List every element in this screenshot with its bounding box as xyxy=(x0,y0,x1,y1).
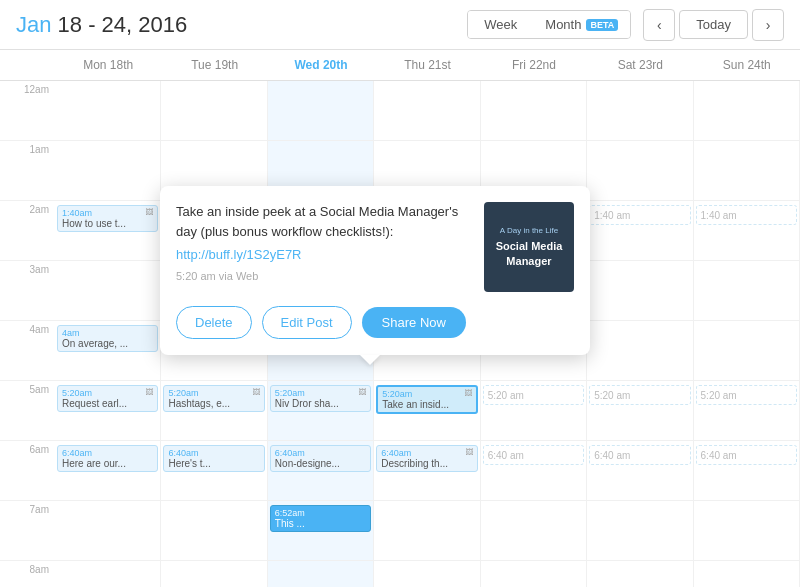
delete-button[interactable]: Delete xyxy=(176,306,252,339)
slot-sat-520am[interactable]: 5:20 am xyxy=(589,385,690,405)
cell-thu-7am[interactable] xyxy=(374,501,480,561)
edit-post-button[interactable]: Edit Post xyxy=(262,306,352,339)
cell-thu-12am[interactable] xyxy=(374,81,480,141)
cell-thu-8am[interactable] xyxy=(374,561,480,587)
popup-image-title: Social MediaManager xyxy=(496,239,563,268)
cell-sun-8am[interactable] xyxy=(694,561,800,587)
day-header-tue: Tue 19th xyxy=(161,50,267,80)
event-popup: Take an inside peek at a Social Media Ma… xyxy=(160,186,590,355)
week-view-button[interactable]: Week xyxy=(468,11,533,38)
cell-sun-7am[interactable] xyxy=(694,501,800,561)
cell-fri-8am[interactable] xyxy=(481,561,587,587)
cell-tue-6am[interactable]: 6:40am Here's t... xyxy=(161,441,267,501)
cell-sat-6am[interactable]: 6:40 am xyxy=(587,441,693,501)
slot-sun-640am[interactable]: 6:40 am xyxy=(696,445,797,465)
app-container: Jan 18 - 24, 2016 Week Month BETA ‹ Toda… xyxy=(0,0,800,587)
cell-sat-1am[interactable] xyxy=(587,141,693,201)
time-label-8am: 8am xyxy=(0,561,55,587)
month-view-button[interactable]: Month BETA xyxy=(533,11,630,38)
next-button[interactable]: › xyxy=(752,9,784,41)
cell-sun-2am[interactable]: 1:40 am xyxy=(694,201,800,261)
event-wed-520am[interactable]: 5:20am🖼 Niv Dror sha... xyxy=(270,385,371,412)
cell-mon-2am[interactable]: 1:40am🖼 How to use t... xyxy=(55,201,161,261)
day-header-wed: Wed 20th xyxy=(268,50,374,80)
time-label-3am: 3am xyxy=(0,261,55,321)
cell-fri-6am[interactable]: 6:40 am xyxy=(481,441,587,501)
cell-tue-8am[interactable] xyxy=(161,561,267,587)
view-toggle: Week Month BETA xyxy=(467,10,631,39)
time-label-2am: 2am xyxy=(0,201,55,261)
cell-mon-7am[interactable] xyxy=(55,501,161,561)
cell-mon-5am[interactable]: 5:20am🖼 Request earl... xyxy=(55,381,161,441)
slot-sun-140am[interactable]: 1:40 am xyxy=(696,205,797,225)
popup-link[interactable]: http://buff.ly/1S2yE7R xyxy=(176,247,302,262)
event-tue-640am[interactable]: 6:40am Here's t... xyxy=(163,445,264,472)
cell-mon-6am[interactable]: 6:40am Here are our... xyxy=(55,441,161,501)
event-mon-4am[interactable]: 4am On average, ... xyxy=(57,325,158,352)
cell-fri-5am[interactable]: 5:20 am xyxy=(481,381,587,441)
day-header-mon: Mon 18th xyxy=(55,50,161,80)
cell-sat-2am[interactable]: 1:40 am xyxy=(587,201,693,261)
prev-button[interactable]: ‹ xyxy=(643,9,675,41)
date-range-suffix: 18 - 24, 2016 xyxy=(58,12,188,37)
header: Jan 18 - 24, 2016 Week Month BETA ‹ Toda… xyxy=(0,0,800,50)
event-tue-520am[interactable]: 5:20am🖼 Hashtags, e... xyxy=(163,385,264,412)
popup-content: Take an inside peek at a Social Media Ma… xyxy=(176,202,574,292)
cell-sat-8am[interactable] xyxy=(587,561,693,587)
slot-sat-640am[interactable]: 6:40 am xyxy=(589,445,690,465)
cell-sat-4am[interactable] xyxy=(587,321,693,381)
cell-fri-12am[interactable] xyxy=(481,81,587,141)
cell-sun-5am[interactable]: 5:20 am xyxy=(694,381,800,441)
day-header-sat: Sat 23rd xyxy=(587,50,693,80)
time-label-1am: 1am xyxy=(0,141,55,201)
cell-sun-6am[interactable]: 6:40 am xyxy=(694,441,800,501)
cell-thu-5am[interactable]: 5:20am🖼 Take an insid... xyxy=(374,381,480,441)
cell-wed-8am[interactable] xyxy=(268,561,374,587)
event-thu-520am[interactable]: 5:20am🖼 Take an insid... xyxy=(376,385,477,414)
calendar-body[interactable]: 12am 1am 2am xyxy=(0,81,800,587)
popup-actions: Delete Edit Post Share Now xyxy=(176,306,574,339)
slot-sun-520am[interactable]: 5:20 am xyxy=(696,385,797,405)
cell-mon-8am[interactable] xyxy=(55,561,161,587)
day-header-sun: Sun 24th xyxy=(694,50,800,80)
cell-thu-6am[interactable]: 6:40am🖼 Describing th... xyxy=(374,441,480,501)
slot-fri-640am[interactable]: 6:40 am xyxy=(483,445,584,465)
cell-sun-4am[interactable] xyxy=(694,321,800,381)
cell-sun-3am[interactable] xyxy=(694,261,800,321)
time-label-6am: 6am xyxy=(0,441,55,501)
cell-tue-5am[interactable]: 5:20am🖼 Hashtags, e... xyxy=(161,381,267,441)
cell-sat-5am[interactable]: 5:20 am xyxy=(587,381,693,441)
cell-wed-5am[interactable]: 5:20am🖼 Niv Dror sha... xyxy=(268,381,374,441)
cell-mon-1am[interactable] xyxy=(55,141,161,201)
cell-fri-7am[interactable] xyxy=(481,501,587,561)
cell-sat-7am[interactable] xyxy=(587,501,693,561)
time-label-12am: 12am xyxy=(0,81,55,141)
cell-wed-7am[interactable]: 6:52am This ... xyxy=(268,501,374,561)
event-mon-520am[interactable]: 5:20am🖼 Request earl... xyxy=(57,385,158,412)
cell-tue-12am[interactable] xyxy=(161,81,267,141)
slot-fri-520am[interactable]: 5:20 am xyxy=(483,385,584,405)
cell-sun-1am[interactable] xyxy=(694,141,800,201)
cell-sat-12am[interactable] xyxy=(587,81,693,141)
event-thu-640am[interactable]: 6:40am🖼 Describing th... xyxy=(376,445,477,472)
slot-sat-140am[interactable]: 1:40 am xyxy=(589,205,690,225)
day-header-fri: Fri 22nd xyxy=(481,50,587,80)
cell-sat-3am[interactable] xyxy=(587,261,693,321)
event-mon-140am[interactable]: 1:40am🖼 How to use t... xyxy=(57,205,158,232)
event-wed-640am[interactable]: 6:40am Non-designe... xyxy=(270,445,371,472)
cell-wed-6am[interactable]: 6:40am Non-designe... xyxy=(268,441,374,501)
popup-meta: 5:20 am via Web xyxy=(176,270,472,282)
event-mon-640am[interactable]: 6:40am Here are our... xyxy=(57,445,158,472)
share-now-button[interactable]: Share Now xyxy=(362,307,466,338)
cell-tue-7am[interactable] xyxy=(161,501,267,561)
beta-badge: BETA xyxy=(586,19,618,31)
cell-wed-12am[interactable] xyxy=(268,81,374,141)
cell-mon-4am[interactable]: 4am On average, ... xyxy=(55,321,161,381)
date-range: Jan 18 - 24, 2016 xyxy=(16,12,187,38)
cell-sun-12am[interactable] xyxy=(694,81,800,141)
today-button[interactable]: Today xyxy=(679,10,748,39)
event-wed-652am[interactable]: 6:52am This ... xyxy=(270,505,371,532)
popup-text: Take an inside peek at a Social Media Ma… xyxy=(176,202,472,292)
cell-mon-3am[interactable] xyxy=(55,261,161,321)
cell-mon-12am[interactable] xyxy=(55,81,161,141)
